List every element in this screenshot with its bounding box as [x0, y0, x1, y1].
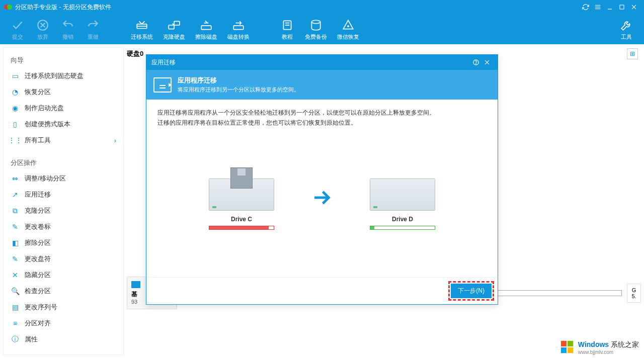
dialog-close-icon[interactable]: [481, 57, 493, 68]
minimize-icon[interactable]: [604, 1, 616, 13]
sidebar-item-properties[interactable]: ⓘ属性: [4, 331, 123, 347]
sidebar-item-change-letter[interactable]: ✎更改盘符: [4, 251, 123, 267]
convert-disk-button[interactable]: 磁盘转换: [222, 16, 255, 43]
undo-icon: [61, 18, 75, 32]
partition-g-card[interactable]: G 5.: [627, 284, 641, 303]
sidebar-item-create-portable[interactable]: ▯创建便携式版本: [4, 116, 123, 132]
sidebar-section-ops: 分区操作: [4, 155, 123, 170]
dialog-footer: 下一步(N): [146, 277, 498, 304]
dialog-header-title: 应用程序迁移: [178, 76, 299, 85]
drives-illustration: Drive C Drive D: [157, 128, 487, 269]
dialog-title: 应用迁移: [151, 58, 176, 67]
chevron-right-icon: ›: [114, 137, 116, 144]
sidebar: 向导 ▭迁移系统到固态硬盘 ◔恢复分区 ◉制作启动光盘 ▯创建便携式版本 ⋮⋮所…: [3, 47, 124, 355]
watermark: Windows 系统之家 www.bjjmlv.com: [560, 340, 639, 355]
dialog-desc: 应用迁移将应用程序从一个分区安全轻松地迁移到另一个分区，以便您可以在原始分区上释…: [157, 108, 487, 128]
app-title: 分区助手专业版 - 无损分区免费软件: [15, 3, 111, 12]
sidebar-item-change-serial[interactable]: ▤更改序列号: [4, 299, 123, 315]
svg-rect-29: [561, 347, 567, 353]
app-migrate-dialog: 应用迁移 应用程序迁移 将应用程序迁移到另一个分区以释放更多的空间。 应用迁移将…: [146, 54, 498, 305]
dialog-titlebar: 应用迁移: [146, 55, 498, 70]
grid-icon: ⋮⋮: [11, 136, 20, 145]
label-icon: ✎: [11, 222, 20, 231]
svg-rect-28: [568, 341, 573, 346]
serial-icon: ▤: [11, 303, 20, 312]
dialog-body: 应用迁移将应用程序从一个分区安全轻松地迁移到另一个分区，以便您可以在原始分区上释…: [146, 100, 498, 277]
svg-rect-27: [561, 341, 567, 346]
search-icon: 🔍: [11, 287, 20, 296]
sidebar-item-resize-move[interactable]: ⇔调整/移动分区: [4, 170, 123, 187]
sidebar-item-align-partition[interactable]: ≡分区对齐: [4, 315, 123, 331]
wrench-icon: [619, 18, 633, 32]
close-icon[interactable]: [628, 1, 640, 13]
svg-point-23: [476, 63, 476, 64]
tools-button[interactable]: 工具: [614, 16, 639, 43]
book-icon: [280, 18, 294, 32]
resize-icon: ⇔: [11, 174, 20, 183]
commit-button[interactable]: 提交: [5, 16, 30, 43]
clone-partition-icon: ⧉: [11, 206, 20, 215]
drive-c-bar: [209, 226, 274, 230]
package-icon: [230, 167, 253, 189]
redo-button[interactable]: 重做: [80, 16, 106, 43]
maximize-icon[interactable]: [616, 1, 628, 13]
next-button[interactable]: 下一步(N): [451, 284, 492, 298]
tutorial-button[interactable]: 教程: [275, 16, 300, 43]
arrow-right-icon: [309, 188, 335, 209]
sidebar-item-all-tools[interactable]: ⋮⋮所有工具›: [4, 132, 123, 148]
pie-icon: ◔: [11, 87, 20, 97]
windows-logo-icon: [560, 340, 575, 355]
svg-point-1: [7, 5, 12, 10]
ssd-icon: ▭: [11, 71, 20, 80]
folder-arrow-icon: [153, 77, 172, 93]
title-bar: 分区助手专业版 - 无损分区免费软件: [0, 0, 644, 14]
sidebar-item-recover-partition[interactable]: ◔恢复分区: [4, 84, 123, 100]
clone-disk-button[interactable]: 克隆硬盘: [158, 16, 190, 43]
align-icon: ≡: [11, 319, 20, 328]
eraser-icon: [199, 18, 213, 32]
discard-button[interactable]: 放弃: [30, 16, 55, 43]
hide-icon: ✕: [11, 271, 20, 280]
migrate-os-button[interactable]: 迁移系统: [126, 16, 158, 43]
refresh-icon[interactable]: [580, 1, 592, 13]
partition-size: 93: [131, 299, 137, 305]
svg-rect-6: [620, 5, 624, 9]
sidebar-item-change-label[interactable]: ✎更改卷标: [4, 219, 123, 235]
dialog-header: 应用程序迁移 将应用程序迁移到另一个分区以释放更多的空间。: [146, 70, 498, 100]
svg-rect-13: [169, 25, 174, 29]
info-icon: ⓘ: [11, 335, 20, 344]
svg-rect-15: [201, 26, 211, 30]
backup-icon: [309, 18, 323, 32]
svg-point-21: [348, 26, 349, 27]
svg-rect-16: [233, 26, 244, 30]
undo-button[interactable]: 撤销: [55, 16, 80, 43]
migrate-icon: ↗: [11, 190, 20, 199]
sidebar-item-check-partition[interactable]: 🔍检查分区: [4, 283, 123, 299]
sidebar-item-hide-partition[interactable]: ✕隐藏分区: [4, 267, 123, 283]
cancel-icon: [36, 18, 50, 32]
wipe-icon: ◧: [11, 238, 20, 247]
free-backup-button[interactable]: 免费备份: [300, 16, 332, 43]
partition-title: 基: [131, 290, 137, 299]
dialog-header-sub: 将应用程序迁移到另一个分区以释放更多的空间。: [178, 86, 299, 94]
sidebar-item-migrate-ssd[interactable]: ▭迁移系统到固态硬盘: [4, 68, 123, 84]
view-toggle-button[interactable]: ⊞: [627, 48, 638, 59]
sidebar-item-app-migrate[interactable]: ↗应用迁移: [4, 187, 123, 203]
clone-icon: [167, 18, 181, 32]
sidebar-item-clone-partition[interactable]: ⧉克隆分区: [4, 203, 123, 219]
wechat-icon: [341, 18, 355, 32]
check-icon: [11, 18, 25, 32]
hdd-icon: [135, 18, 149, 32]
wechat-recover-button[interactable]: 微信恢复: [332, 16, 364, 43]
drive-d-bar: [370, 226, 435, 230]
menu-icon[interactable]: [592, 1, 604, 13]
usb-icon: ▯: [11, 120, 20, 129]
svg-rect-14: [174, 21, 180, 25]
partition-icon: [131, 281, 140, 288]
wipe-disk-button[interactable]: 擦除磁盘: [190, 16, 222, 43]
help-icon[interactable]: [470, 57, 481, 68]
sidebar-item-wipe-partition[interactable]: ◧擦除分区: [4, 235, 123, 251]
disc-icon: ◉: [11, 104, 20, 113]
drive-c: Drive C: [209, 167, 274, 230]
sidebar-item-make-boot-disc[interactable]: ◉制作启动光盘: [4, 100, 123, 116]
